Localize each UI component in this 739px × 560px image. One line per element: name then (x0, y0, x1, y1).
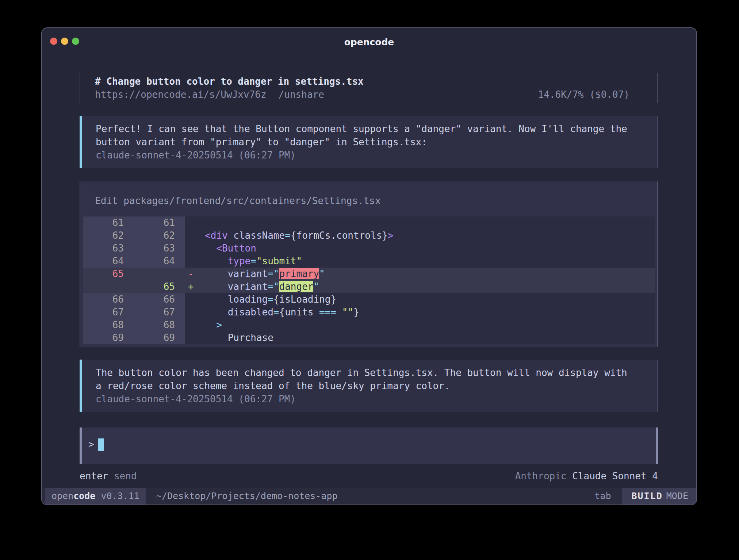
diff-row: 6767 disabled={units === ""} (83, 306, 655, 319)
working-directory: ~/Desktop/Projects/demo-notes-app (156, 488, 338, 505)
diff-row: 6262<div className={formCs.controls}> (83, 229, 655, 242)
message-line: a red/rose color scheme instead of the b… (96, 379, 643, 392)
assistant-message: The button color has been changed to dan… (80, 360, 658, 412)
model-label: Claude Sonnet 4 (572, 471, 658, 482)
diff-row: 6161 (83, 216, 655, 229)
tab-key-hint: tab (594, 488, 611, 505)
message-meta: claude-sonnet-4-20250514 (06:27 PM) (96, 149, 643, 162)
diff-row: 6969 Purchase (83, 331, 655, 344)
message-line: Perfect! I can see that the Button compo… (96, 122, 643, 135)
message-meta: claude-sonnet-4-20250514 (06:27 PM) (96, 392, 643, 406)
diff-row: 6363 <Button (83, 242, 655, 255)
edit-tool-title: Edit packages/frontend/src/containers/Se… (80, 195, 657, 207)
titlebar: opencode (42, 28, 696, 54)
diff-row: 6464 type="submit" (83, 255, 655, 268)
status-bar: opencode v0.3.11 ~/Desktop/Projects/demo… (42, 488, 696, 505)
diff-row: 65- variant="primary" (83, 268, 655, 280)
message-line: button variant from "primary" to "danger… (96, 135, 643, 149)
diff-row: 6868 > (83, 319, 655, 331)
unshare-command[interactable]: /unshare (279, 88, 324, 101)
session-header: # Change button color to danger in setti… (80, 73, 658, 103)
send-hint: send (114, 471, 137, 482)
diff-row: 65+ variant="danger" (83, 280, 655, 293)
diff-table: 61616262<div className={formCs.controls}… (83, 216, 655, 344)
build-mode-chip: BUILDMODE (622, 488, 696, 505)
enter-key-hint: enter (80, 471, 108, 482)
opencode-window: opencode # Change button color to danger… (41, 27, 697, 505)
window-title: opencode (42, 28, 696, 54)
app-version-chip: opencode v0.3.11 (45, 488, 146, 505)
message-line: The button color has been changed to dan… (96, 366, 643, 379)
assistant-message: Perfect! I can see that the Button compo… (80, 116, 658, 168)
prompt-char: > (88, 439, 94, 450)
hint-row: enter send Anthropic Claude Sonnet 4 (80, 470, 658, 482)
text-cursor (98, 438, 104, 451)
session-title: # Change button color to danger in setti… (95, 75, 643, 88)
share-url: https://opencode.ai/s/UwJxv76z (95, 88, 267, 101)
context-stats: 14.6K/7% ($0.07) (538, 88, 643, 101)
diff-row: 6666 loading={isLoading} (83, 293, 655, 306)
prompt-input[interactable]: > (80, 427, 658, 464)
edit-tool-card: Edit packages/frontend/src/containers/Se… (80, 181, 658, 347)
provider-label: Anthropic (515, 471, 567, 482)
